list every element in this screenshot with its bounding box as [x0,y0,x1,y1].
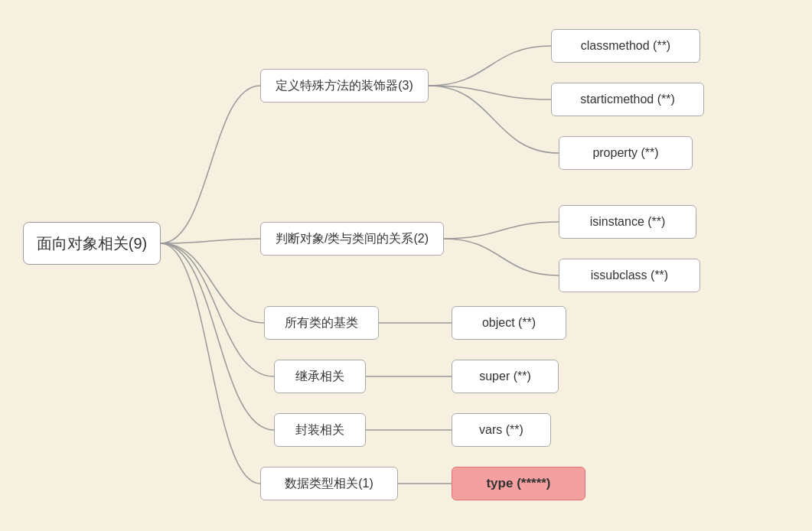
node-root: 面向对象相关(9) [23,222,161,265]
node-n5a: vars (**) [452,413,551,447]
node-n1a: classmethod (**) [551,29,700,63]
node-n4: 继承相关 [274,360,366,393]
node-n6a: type (*****) [452,467,585,500]
node-n2a: isinstance (**) [559,205,696,239]
node-n2: 判断对象/类与类间的关系(2) [260,222,444,256]
node-n1: 定义特殊方法的装饰器(3) [260,69,429,103]
node-n1c: property (**) [559,136,693,170]
node-n5: 封装相关 [274,413,366,447]
node-n3a: object (**) [452,306,566,340]
node-n6: 数据类型相关(1) [260,467,398,500]
node-n3: 所有类的基类 [264,306,379,340]
node-n2b: issubclass (**) [559,259,700,292]
mindmap-container: 面向对象相关(9)定义特殊方法的装饰器(3)判断对象/类与类间的关系(2)所有类… [0,0,812,531]
node-n4a: super (**) [452,360,559,393]
node-n1b: starticmethod (**) [551,83,704,116]
